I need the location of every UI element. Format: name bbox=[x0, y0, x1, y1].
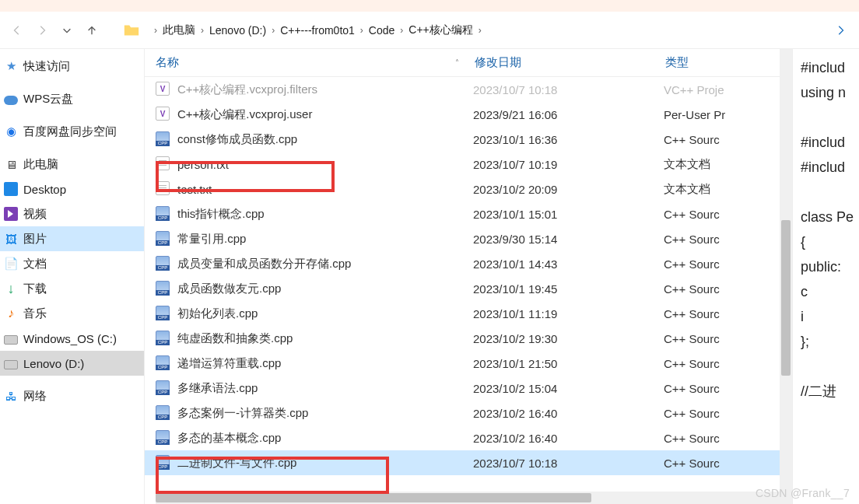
preview-line: public: bbox=[801, 254, 857, 279]
file-name: 纯虚函数和抽象类.cpp bbox=[177, 331, 473, 346]
file-type: C++ Sourc bbox=[664, 357, 780, 370]
file-icon bbox=[156, 306, 171, 321]
file-date: 2023/10/1 21:50 bbox=[473, 357, 664, 370]
file-date: 2023/10/1 11:19 bbox=[473, 307, 664, 320]
file-icon bbox=[156, 181, 171, 197]
file-row[interactable]: test.txt2023/10/2 20:09文本文档 bbox=[145, 177, 780, 201]
sidebar-item-drive[interactable]: Windows_OS (C:) bbox=[0, 326, 144, 351]
file-row[interactable]: 成员变量和成员函数分开存储.cpp2023/10/1 14:43C++ Sour… bbox=[145, 251, 780, 276]
col-date[interactable]: 修改日期 bbox=[475, 55, 665, 70]
file-name: 成员函数做友元.cpp bbox=[177, 282, 473, 296]
file-row[interactable]: 递增运算符重载.cpp2023/10/1 21:50C++ Sourc bbox=[145, 351, 780, 376]
file-row[interactable]: 成员函数做友元.cpp2023/10/1 19:45C++ Sourc bbox=[145, 276, 780, 301]
horizontal-scrollbar[interactable] bbox=[156, 492, 780, 504]
file-icon bbox=[156, 156, 171, 172]
breadcrumb-item[interactable]: C++核心编程 bbox=[405, 22, 475, 39]
sidebar-label: 音乐 bbox=[23, 306, 47, 321]
vertical-scrollbar[interactable] bbox=[780, 49, 792, 504]
file-name: person.txt bbox=[177, 158, 473, 171]
file-date: 2023/9/21 16:06 bbox=[473, 108, 664, 121]
sidebar-label: Windows_OS (C:) bbox=[23, 332, 117, 345]
sidebar-label: 下载 bbox=[23, 282, 47, 296]
breadcrumb-item[interactable]: C++---from0to1 bbox=[277, 23, 358, 38]
file-type: C++ Sourc bbox=[664, 407, 780, 420]
col-name[interactable]: 名称 bbox=[156, 55, 179, 70]
sidebar-label: Desktop bbox=[23, 183, 66, 196]
file-row[interactable]: 多继承语法.cpp2023/10/2 15:04C++ Sourc bbox=[145, 376, 780, 401]
file-row[interactable]: 常量引用.cpp2023/9/30 15:14C++ Sourc bbox=[145, 226, 780, 251]
file-name: const修饰成员函数.cpp bbox=[177, 132, 473, 147]
file-date: 2023/10/7 10:18 bbox=[473, 83, 664, 96]
file-row[interactable]: const修饰成员函数.cpp2023/10/1 16:36C++ Sourc bbox=[145, 127, 780, 152]
file-date: 2023/10/1 19:45 bbox=[473, 282, 664, 296]
chevron-right-icon[interactable]: › bbox=[358, 25, 366, 36]
sort-indicator-icon: ˄ bbox=[455, 58, 459, 67]
file-name: 初始化列表.cpp bbox=[177, 306, 473, 321]
file-row[interactable]: this指针概念.cpp2023/10/1 15:01C++ Sourc bbox=[145, 201, 780, 226]
file-row[interactable]: C++核心编程.vcxproj.filters2023/10/7 10:18VC… bbox=[145, 77, 780, 102]
file-row[interactable]: 二进制文件-写文件.cpp2023/10/7 10:18C++ Sourc bbox=[145, 450, 780, 475]
file-row[interactable]: 多态案例一-计算器类.cpp2023/10/2 16:40C++ Sourc bbox=[145, 401, 780, 425]
sidebar-item-down[interactable]: ↓下载 bbox=[0, 276, 144, 301]
file-type: C++ Sourc bbox=[664, 133, 780, 146]
sidebar-item-drive[interactable]: Lenovo (D:) bbox=[0, 351, 144, 376]
forward-button[interactable] bbox=[31, 19, 53, 41]
sidebar-item-blue[interactable]: Desktop bbox=[0, 177, 144, 201]
sidebar-item-cloud[interactable]: WPS云盘 bbox=[0, 86, 144, 111]
toolbar: ›此电脑›Lenovo (D:)›C++---from0to1›Code›C++… bbox=[0, 12, 859, 49]
file-type: C++ Sourc bbox=[664, 457, 780, 470]
sidebar-item-video[interactable]: 视频 bbox=[0, 201, 144, 226]
sidebar-item-pc[interactable]: 🖥此电脑 bbox=[0, 152, 144, 177]
sidebar-item-music[interactable]: ♪音乐 bbox=[0, 301, 144, 326]
preview-line: i bbox=[801, 304, 857, 329]
file-row[interactable]: 多态的基本概念.cpp2023/10/2 16:40C++ Sourc bbox=[145, 425, 780, 450]
sidebar-item-doc[interactable]: 📄文档 bbox=[0, 251, 144, 276]
sidebar-label: 快速访问 bbox=[23, 59, 70, 74]
sidebar-item-baidu[interactable]: ◉百度网盘同步空间 bbox=[0, 119, 144, 144]
chevron-right-icon[interactable]: › bbox=[152, 25, 160, 36]
preview-line: //二进 bbox=[801, 379, 857, 404]
preview-line: c bbox=[801, 279, 857, 304]
sidebar-item-pictures[interactable]: 🖼图片 bbox=[0, 226, 144, 251]
file-icon bbox=[156, 430, 171, 446]
file-type: 文本文档 bbox=[664, 157, 780, 172]
file-date: 2023/10/7 10:18 bbox=[473, 457, 664, 470]
file-row[interactable]: C++核心编程.vcxproj.user2023/9/21 16:06Per-U… bbox=[145, 102, 780, 127]
file-row[interactable]: 纯虚函数和抽象类.cpp2023/10/2 19:30C++ Sourc bbox=[145, 326, 780, 351]
breadcrumb-item[interactable]: Lenovo (D:) bbox=[206, 23, 269, 38]
file-icon bbox=[156, 256, 171, 271]
breadcrumb-item[interactable]: Code bbox=[366, 23, 398, 38]
refresh-button[interactable] bbox=[828, 18, 853, 43]
preview-line bbox=[801, 105, 857, 130]
up-button[interactable] bbox=[81, 19, 103, 41]
file-name: C++核心编程.vcxproj.user bbox=[177, 107, 473, 122]
file-date: 2023/10/1 16:36 bbox=[473, 133, 664, 146]
file-row[interactable]: 初始化列表.cpp2023/10/1 11:19C++ Sourc bbox=[145, 301, 780, 326]
file-date: 2023/10/2 16:40 bbox=[473, 407, 664, 420]
sidebar-label: 网络 bbox=[23, 389, 47, 404]
breadcrumb[interactable]: ›此电脑›Lenovo (D:)›C++---from0to1›Code›C++… bbox=[148, 18, 822, 43]
chevron-right-icon[interactable]: › bbox=[398, 25, 405, 36]
chevron-right-icon[interactable]: › bbox=[269, 25, 277, 36]
file-type: VC++ Proje bbox=[664, 83, 780, 96]
column-headers[interactable]: 名称˄ 修改日期 类型 bbox=[145, 49, 780, 77]
chevron-right-icon[interactable]: › bbox=[476, 25, 484, 36]
file-name: 递增运算符重载.cpp bbox=[177, 356, 473, 371]
file-name: 二进制文件-写文件.cpp bbox=[177, 456, 473, 471]
file-icon bbox=[156, 231, 171, 247]
file-row[interactable]: person.txt2023/10/7 10:19文本文档 bbox=[145, 152, 780, 177]
file-type: C++ Sourc bbox=[664, 282, 780, 296]
chevron-right-icon[interactable]: › bbox=[198, 25, 206, 36]
back-button[interactable] bbox=[6, 19, 28, 41]
sidebar-item-net[interactable]: 🖧网络 bbox=[0, 383, 144, 408]
sidebar-label: 此电脑 bbox=[23, 157, 58, 172]
preview-line: { bbox=[801, 229, 857, 254]
file-icon bbox=[156, 405, 171, 421]
sidebar-item-star[interactable]: ★快速访问 bbox=[0, 54, 144, 79]
file-icon bbox=[156, 355, 171, 371]
recent-dropdown[interactable] bbox=[56, 19, 78, 41]
col-type[interactable]: 类型 bbox=[665, 55, 780, 70]
file-list: 名称˄ 修改日期 类型 C++核心编程.vcxproj.filters2023/… bbox=[145, 49, 780, 504]
file-name: C++核心编程.vcxproj.filters bbox=[177, 82, 473, 97]
breadcrumb-item[interactable]: 此电脑 bbox=[160, 22, 198, 39]
